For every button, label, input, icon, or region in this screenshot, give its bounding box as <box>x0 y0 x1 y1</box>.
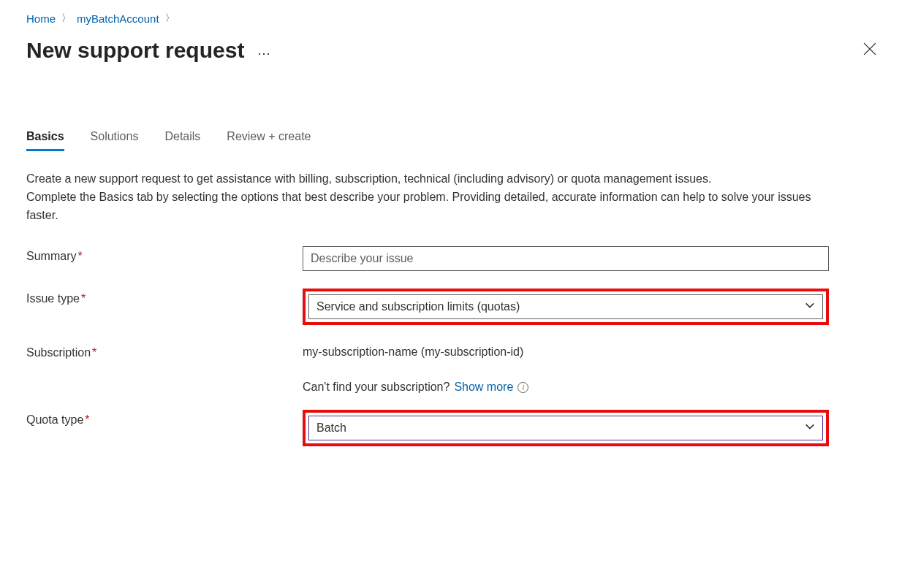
required-asterisk: * <box>83 413 89 426</box>
breadcrumb: Home 〉 myBatchAccount 〉 <box>26 9 884 25</box>
required-asterisk: * <box>91 346 96 359</box>
subscription-label-text: Subscription <box>26 346 91 359</box>
breadcrumb-account[interactable]: myBatchAccount <box>77 12 159 25</box>
tabs: Basics Solutions Details Review + create <box>26 130 884 151</box>
issue-type-highlight: Service and subscription limits (quotas) <box>303 289 829 325</box>
quota-type-label-text: Quota type <box>26 413 83 426</box>
show-more-link[interactable]: Show more <box>454 381 513 394</box>
subscription-hint-text: Can't find your subscription? <box>303 381 450 394</box>
tab-details[interactable]: Details <box>164 130 200 151</box>
issue-type-label-text: Issue type <box>26 292 80 305</box>
quota-type-highlight: Batch <box>303 410 829 446</box>
subscription-value: my-subscription-name (my-subscription-id… <box>303 343 829 359</box>
quota-type-label: Quota type* <box>26 410 303 427</box>
summary-label: Summary* <box>26 246 303 263</box>
subscription-label: Subscription* <box>26 343 303 359</box>
required-asterisk: * <box>76 250 82 262</box>
chevron-right-icon: 〉 <box>61 12 71 25</box>
required-asterisk: * <box>80 292 86 305</box>
page-title: New support request <box>26 38 244 63</box>
issue-type-value: Service and subscription limits (quotas) <box>316 300 520 313</box>
intro-line1: Create a new support request to get assi… <box>26 172 711 185</box>
chevron-right-icon: 〉 <box>165 12 175 25</box>
summary-label-text: Summary <box>26 250 76 262</box>
issue-type-label: Issue type* <box>26 289 303 305</box>
chevron-down-icon <box>805 300 815 313</box>
more-actions-icon[interactable]: ⋯ <box>257 45 272 63</box>
chevron-down-icon <box>805 421 815 435</box>
intro-line2: Complete the Basics tab by selecting the… <box>26 191 811 221</box>
close-icon[interactable] <box>863 42 878 57</box>
tab-solutions[interactable]: Solutions <box>91 130 139 151</box>
intro-text: Create a new support request to get assi… <box>26 170 830 224</box>
info-icon[interactable]: i <box>517 382 528 393</box>
quota-type-select[interactable]: Batch <box>308 416 823 440</box>
issue-type-select[interactable]: Service and subscription limits (quotas) <box>308 294 823 319</box>
breadcrumb-home[interactable]: Home <box>26 12 56 25</box>
tab-basics[interactable]: Basics <box>26 130 64 151</box>
tab-review-create[interactable]: Review + create <box>227 130 311 151</box>
quota-type-value: Batch <box>316 421 346 435</box>
summary-input[interactable] <box>303 246 829 271</box>
